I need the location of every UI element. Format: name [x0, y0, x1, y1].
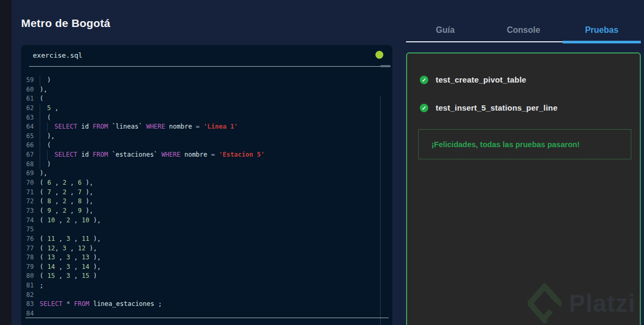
line-number: 62	[21, 104, 38, 113]
platzi-watermark: Platzi	[528, 283, 636, 323]
code-line[interactable]: 61(	[21, 94, 392, 104]
code-text: (	[38, 94, 43, 104]
code-line[interactable]: 80( 15 , 3 , 15 )	[21, 272, 392, 281]
code-text: ;	[38, 281, 43, 291]
tests-passed-message: ¡Felicidades, todas las pruebas pasaron!	[431, 140, 579, 149]
code-line[interactable]: 79( 14 , 3 , 14 ),	[21, 263, 392, 272]
code-line[interactable]: 83SELECT * FROM linea_estaciones ;	[21, 300, 392, 309]
line-number: 80	[21, 272, 38, 281]
code-text	[38, 309, 40, 319]
test-name: test_create_pivot_table	[436, 75, 526, 84]
code-text	[38, 225, 40, 234]
test-result-item: ✓test_insert_5_stations_per_line	[420, 103, 557, 112]
code-line[interactable]: 75	[21, 225, 392, 234]
code-line[interactable]: 60),	[21, 85, 392, 95]
code-text: ),	[38, 169, 47, 178]
right-tab-bar: GuíaConsolePruebas	[406, 19, 641, 42]
code-line[interactable]: 81;	[21, 281, 392, 291]
platzi-logo-icon	[528, 283, 562, 323]
code-line[interactable]: 68)	[21, 160, 392, 169]
code-text: ( 13 , 3 , 13 ),	[38, 253, 101, 263]
code-line[interactable]: 72( 8 , 2 , 8 ),	[21, 197, 392, 206]
line-number: 84	[21, 309, 38, 319]
code-text: 5 ,	[38, 104, 59, 113]
editor-bottom-divider	[25, 318, 389, 318]
code-text: ( 11 , 3 , 11 ),	[38, 234, 101, 244]
code-text: )	[38, 160, 51, 169]
line-number: 70	[21, 178, 38, 188]
code-text: )	[38, 76, 51, 85]
line-number: 83	[21, 300, 38, 309]
code-text: ( 6 , 2 , 6 ),	[38, 178, 93, 188]
line-number: 60	[21, 85, 38, 95]
line-number: 74	[21, 216, 38, 225]
code-text: ( 14 , 3 , 14 ),	[38, 263, 101, 272]
code-line[interactable]: 63(	[21, 113, 392, 123]
line-number: 71	[21, 188, 38, 197]
code-line[interactable]: 76( 11 , 3 , 11 ),	[21, 234, 392, 244]
indent-guide	[40, 104, 47, 113]
tab-pruebas[interactable]: Pruebas	[563, 19, 641, 41]
editor-filename: exercise.sql	[33, 51, 82, 59]
code-line[interactable]: 66(	[21, 141, 392, 150]
code-line[interactable]: 84	[21, 309, 392, 319]
editor-scrollbar-track	[380, 96, 381, 325]
line-number: 63	[21, 113, 38, 123]
code-text: ( 8 , 2 , 8 ),	[38, 197, 93, 206]
indent-guide	[40, 141, 47, 150]
code-line[interactable]: 71( 7 , 2 , 7 ),	[21, 188, 392, 197]
code-editor[interactable]: 59)60),61(625 ,63(64SELECT id FROM `line…	[21, 67, 392, 325]
code-text: ),	[38, 132, 54, 141]
check-circle-icon: ✓	[420, 76, 428, 84]
code-line[interactable]: 64SELECT id FROM `lineas` WHERE nombre =…	[21, 122, 392, 132]
code-line[interactable]: 82	[21, 291, 392, 300]
line-number: 81	[21, 281, 38, 291]
status-dot-icon	[375, 51, 383, 59]
code-line[interactable]: 74( 10 , 2 , 10 ),	[21, 216, 392, 225]
code-line[interactable]: 78( 13 , 3 , 13 ),	[21, 253, 392, 263]
line-number: 78	[21, 253, 38, 263]
code-text: SELECT * FROM linea_estaciones ;	[38, 300, 162, 309]
editor-header: exercise.sql	[21, 45, 392, 66]
line-number: 77	[21, 244, 38, 254]
line-number: 75	[21, 225, 38, 234]
code-line[interactable]: 77( 12, 3 , 12 ),	[21, 244, 392, 254]
code-lines: 59)60),61(625 ,63(64SELECT id FROM `line…	[21, 76, 392, 319]
sql-editor-panel: exercise.sql 59)60),61(625 ,63(64SELECT …	[21, 45, 392, 325]
code-text: (	[38, 141, 51, 150]
code-line[interactable]: 67SELECT id FROM `estaciones` WHERE nomb…	[21, 150, 392, 160]
code-text: SELECT id FROM `lineas` WHERE nombre = '…	[38, 122, 238, 132]
code-text: ( 10 , 2 , 10 ),	[38, 216, 101, 225]
line-number: 64	[21, 122, 38, 132]
indent-guide	[47, 122, 54, 132]
code-text: ( 12, 3 , 12 ),	[38, 244, 97, 254]
code-line[interactable]: 70( 6 , 2 , 6 ),	[21, 178, 392, 188]
line-number: 73	[21, 206, 38, 216]
line-number: 68	[21, 160, 38, 169]
code-line[interactable]: 65),	[21, 132, 392, 141]
code-line[interactable]: 69),	[21, 169, 392, 178]
line-number: 61	[21, 94, 38, 104]
indent-guide	[40, 122, 47, 132]
check-circle-icon: ✓	[420, 104, 428, 112]
line-number: 65	[21, 132, 38, 141]
code-line[interactable]: 73( 9 , 2 , 9 ),	[21, 206, 392, 216]
editor-scrollbar-thumb[interactable]	[380, 65, 391, 67]
line-number: 69	[21, 169, 38, 178]
line-number: 66	[21, 141, 38, 150]
tests-results-panel: ✓test_create_pivot_table✓test_insert_5_s…	[406, 52, 641, 325]
left-edge-strip	[0, 0, 12, 325]
line-number: 72	[21, 197, 38, 206]
indent-guide	[40, 150, 47, 160]
code-text	[38, 291, 40, 300]
code-text: (	[38, 113, 51, 123]
code-text: ),	[38, 85, 47, 95]
code-line[interactable]: 59)	[21, 76, 392, 85]
indent-guide	[40, 132, 47, 141]
indent-guide	[40, 76, 47, 85]
tab-console[interactable]: Console	[484, 19, 563, 41]
indent-guide	[47, 150, 54, 160]
code-line[interactable]: 625 ,	[21, 104, 392, 113]
tab-gua[interactable]: Guía	[406, 19, 484, 41]
test-result-item: ✓test_create_pivot_table	[420, 75, 526, 84]
